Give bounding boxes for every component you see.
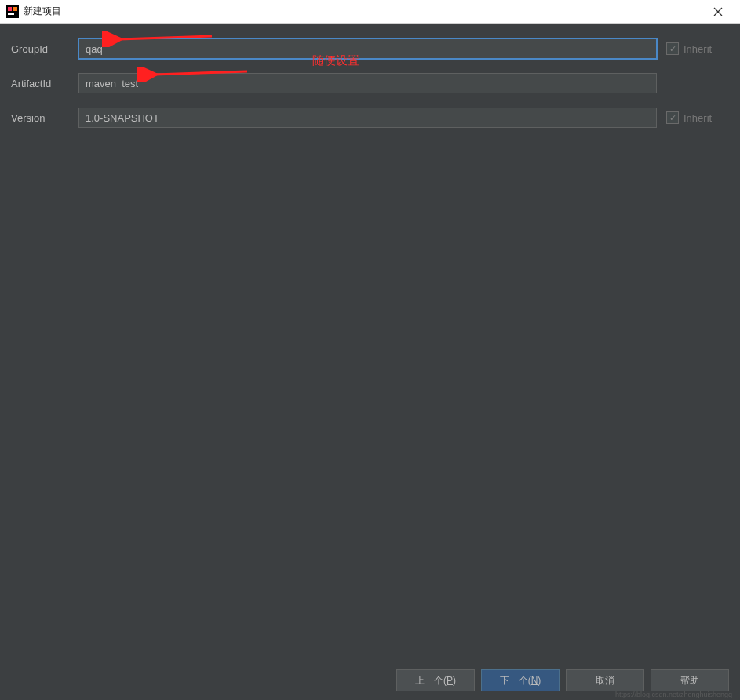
help-button-label: 帮助 (680, 674, 699, 687)
svg-rect-1 (8, 7, 12, 11)
version-inherit-checkbox[interactable] (666, 111, 679, 124)
version-inherit-label: Inherit (683, 112, 712, 124)
artifactid-label: ArtifactId (11, 78, 78, 89)
artifactid-input[interactable] (78, 73, 657, 93)
version-row: Version Inherit (11, 107, 729, 129)
close-button[interactable] (702, 0, 734, 24)
previous-button-label: 上一个(P) (415, 674, 456, 687)
version-input[interactable] (78, 108, 657, 128)
button-bar: 上一个(P) 下一个(N) 取消 帮助 https://blog.csdn.ne… (0, 661, 740, 700)
titlebar: 新建项目 (0, 0, 740, 24)
groupid-inherit-box: Inherit (666, 42, 729, 55)
version-inherit-box: Inherit (666, 111, 729, 124)
cancel-button[interactable]: 取消 (566, 669, 644, 691)
version-label: Version (11, 112, 78, 124)
app-icon (6, 5, 19, 18)
svg-rect-3 (8, 13, 14, 15)
groupid-inherit-label: Inherit (683, 43, 712, 55)
previous-button[interactable]: 上一个(P) (396, 669, 475, 691)
window-title: 新建项目 (24, 5, 702, 18)
groupid-inherit-checkbox[interactable] (666, 42, 679, 55)
cancel-button-label: 取消 (596, 674, 614, 687)
groupid-label: GroupId (11, 43, 78, 55)
groupid-input[interactable] (78, 38, 657, 59)
dialog-content: GroupId Inherit ArtifactId Version Inher… (0, 24, 740, 661)
next-button[interactable]: 下一个(N) (481, 669, 560, 691)
next-button-label: 下一个(N) (500, 674, 541, 687)
watermark: https://blog.csdn.net/zhenghuishengq (615, 691, 732, 698)
groupid-row: GroupId Inherit (11, 38, 729, 60)
help-button[interactable]: 帮助 (651, 669, 729, 691)
svg-rect-2 (13, 7, 17, 11)
artifactid-row: ArtifactId (11, 72, 729, 94)
